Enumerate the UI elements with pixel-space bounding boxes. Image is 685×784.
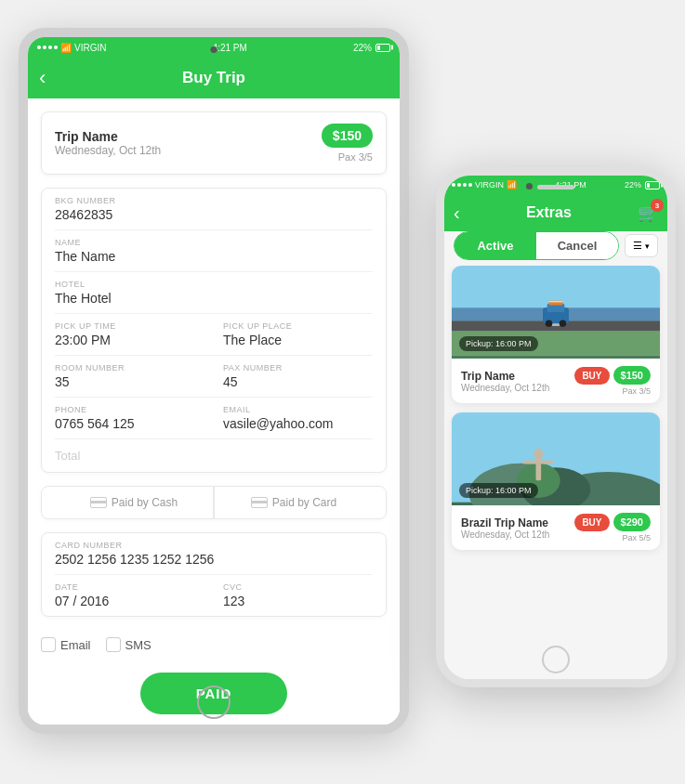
bkg-label: BKG NUMBER — [55, 196, 373, 205]
active-toggle-button[interactable]: Active — [454, 232, 536, 259]
pickup-row: PICK UP TIME 23:00 PM PICK UP PLACE The … — [55, 314, 373, 356]
cash-label: Paid by Cash — [112, 496, 178, 509]
phone-home-button[interactable] — [542, 646, 570, 673]
price-badge-2: $290 — [613, 513, 651, 531]
cart-badge: 3 — [651, 199, 664, 212]
list-view-button[interactable]: ☰ ▾ — [625, 234, 658, 257]
trip-text-1: Trip Name Wednesday, Oct 12th — [461, 370, 549, 393]
card-label: Paid by Card — [272, 496, 336, 509]
phone-speaker — [537, 185, 574, 189]
price-badge-1: $150 — [613, 366, 651, 385]
card-tab[interactable]: Paid by Card — [214, 487, 373, 518]
phone-battery-icon — [645, 181, 660, 189]
pickup-time-field: PICK UP TIME 23:00 PM — [55, 321, 204, 347]
page-title: Buy Trip — [182, 69, 245, 87]
room-field: ROOM NUMBER 35 — [55, 363, 204, 389]
contact-row: PHONE 0765 564 125 EMAIL vasile@yahoo.co… — [55, 398, 373, 439]
price-badge: $150 — [322, 124, 373, 148]
sms-checkbox-box[interactable] — [106, 637, 121, 652]
bkg-field: BKG NUMBER 28462835 — [55, 189, 373, 230]
card-date-field: DATE 07 / 2016 — [55, 582, 204, 608]
trip-card-right: $150 Pax 3/5 — [322, 124, 373, 163]
pax-num-value: 45 — [223, 374, 373, 389]
date-value: 07 / 2016 — [55, 594, 204, 608]
signal-dots — [37, 46, 58, 49]
email-checkbox[interactable]: Email — [41, 637, 91, 652]
name-label: NAME — [55, 238, 373, 247]
hotel-value: The Hotel — [55, 291, 373, 306]
name-field: NAME The Name — [55, 230, 373, 272]
room-pax-row: ROOM NUMBER 35 PAX NUMBER 45 — [55, 356, 373, 398]
tablet: 📶 VIRGIN 4:21 PM 22% ‹ Buy Trip — [19, 28, 409, 734]
email-value: vasile@yahoo.com — [223, 416, 373, 431]
status-right: 22% — [353, 43, 390, 53]
hotel-label: HOTEL — [55, 280, 373, 289]
tablet-home-button[interactable] — [197, 686, 231, 719]
pax-1: Pax 3/5 — [622, 386, 651, 396]
cash-tab[interactable]: Paid by Cash — [55, 487, 214, 518]
pax-field: PAX NUMBER 45 — [223, 363, 373, 389]
svg-point-18 — [534, 449, 543, 459]
trip-image-2: Pickup: 16:00 PM — [452, 412, 660, 505]
tablet-content: Trip Name Wednesday, Oct 12th $150 Pax 3… — [28, 98, 400, 725]
pax-num-label: PAX NUMBER — [223, 363, 373, 372]
payment-section: Paid by Cash Paid by Card — [41, 486, 387, 519]
card-icon — [251, 497, 268, 508]
cart-button[interactable]: 🛒 3 — [638, 203, 658, 223]
date-label: DATE — [55, 582, 204, 592]
trip-info-2: Brazil Trip Name Wednesday, Oct 12th BUY… — [452, 505, 660, 550]
sms-checkbox-label: SMS — [125, 638, 151, 652]
pickup-place-field: PICK UP PLACE The Place — [223, 321, 373, 347]
trip-summary-card: Trip Name Wednesday, Oct 12th $150 Pax 3… — [41, 111, 387, 175]
list-icon: ☰ — [633, 240, 642, 252]
buy-button-2[interactable]: BUY — [574, 514, 609, 531]
svg-point-8 — [560, 320, 566, 326]
tablet-screen: 📶 VIRGIN 4:21 PM 22% ‹ Buy Trip — [28, 37, 400, 725]
tablet-camera-icon — [211, 46, 217, 53]
pickup-time-value: 23:00 PM — [55, 333, 204, 347]
email-label: EMAIL — [223, 405, 373, 414]
card-number-field: CARD NUMBER 2502 1256 1235 1252 1256 — [55, 533, 373, 575]
cash-icon — [90, 497, 107, 508]
pickup-time-2: Pickup: 16:00 PM — [459, 483, 538, 498]
trip-info-1: Trip Name Wednesday, Oct 12th BUY $150 P… — [452, 359, 660, 403]
trip-card-2: Pickup: 16:00 PM Brazil Trip Name Wednes… — [452, 412, 660, 550]
active-cancel-toggle: Active Cancel — [454, 231, 619, 260]
trip-actions-1: BUY $150 Pax 3/5 — [574, 366, 651, 396]
email-field: EMAIL vasile@yahoo.com — [223, 405, 373, 431]
trip-actions-2: BUY $290 Pax 5/5 — [574, 513, 651, 542]
phone-battery-pct: 22% — [625, 180, 641, 189]
pickup-time-label: PICK UP TIME — [55, 321, 204, 331]
pax-2: Pax 5/5 — [622, 533, 651, 542]
chevron-down-icon: ▾ — [645, 242, 650, 251]
payment-tabs: Paid by Cash Paid by Card — [55, 487, 373, 518]
phone-label: PHONE — [55, 405, 204, 414]
phone-trip-date-2: Wednesday, Oct 12th — [461, 529, 549, 540]
phone-status-right: 22% — [625, 180, 660, 189]
trip-name: Trip Name — [55, 129, 161, 144]
sms-checkbox[interactable]: SMS — [106, 637, 151, 652]
phone-value: 0765 564 125 — [55, 416, 204, 431]
bkg-value: 28462835 — [55, 207, 373, 222]
buy-button-1[interactable]: BUY — [574, 367, 609, 385]
card-date-cvc-row: DATE 07 / 2016 CVC 123 — [55, 575, 373, 616]
phone-wifi-icon: 📶 — [507, 180, 517, 189]
svg-rect-17 — [523, 461, 555, 464]
phone-nav: ‹ Extras 🛒 3 — [444, 194, 667, 231]
phone-back-button[interactable]: ‹ — [454, 203, 460, 224]
pickup-place-value: The Place — [223, 333, 373, 347]
cvc-field: CVC 123 — [223, 582, 373, 608]
cvc-value: 123 — [223, 594, 373, 608]
phone-trip-date-1: Wednesday, Oct 12th — [461, 383, 549, 393]
phone-trip-name-1: Trip Name — [461, 370, 549, 383]
pickup-time-1: Pickup: 16:00 PM — [459, 336, 538, 351]
form-section: BKG NUMBER 28462835 NAME The Name HOTEL … — [41, 188, 387, 473]
notification-checkboxes: Email SMS — [41, 630, 387, 660]
status-left: 📶 VIRGIN — [37, 43, 106, 53]
back-button[interactable]: ‹ — [39, 66, 46, 90]
phone-camera-icon — [526, 183, 533, 189]
cancel-toggle-button[interactable]: Cancel — [536, 232, 618, 259]
phone-trips-list: Pickup: 16:00 PM Trip Name Wednesday, Oc… — [444, 266, 667, 679]
wifi-icon: 📶 — [60, 43, 72, 53]
email-checkbox-box[interactable] — [41, 637, 56, 652]
